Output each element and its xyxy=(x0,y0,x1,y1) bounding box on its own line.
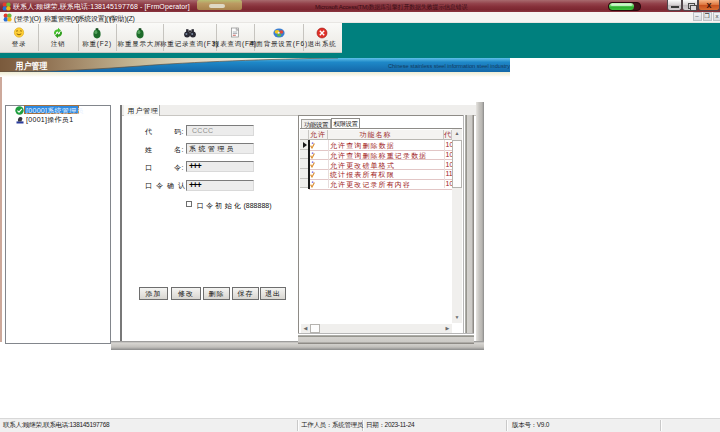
svg-text:Chinese stainless steel inform: Chinese stainless steel information stee… xyxy=(388,63,510,69)
svg-text:用户管理: 用户管理 xyxy=(15,61,48,71)
